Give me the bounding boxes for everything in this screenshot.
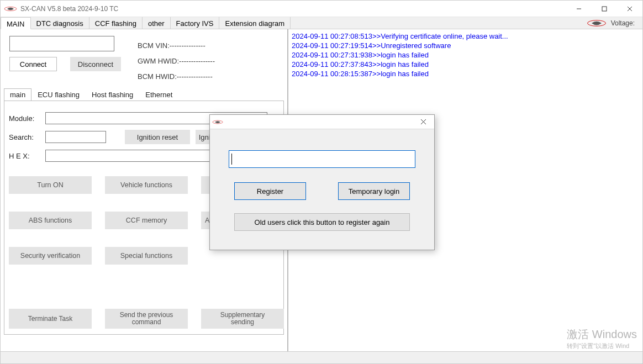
search-input[interactable] [45, 131, 106, 143]
log-line: 2024-09-11 00:27:37:843>>login has faile… [292, 60, 639, 69]
subtab-host-flashing[interactable]: Host flashing [86, 88, 139, 101]
log-line: 2024-09-11 00:27:31:938>>login has faile… [292, 50, 639, 60]
dialog-titlebar[interactable] [210, 115, 434, 129]
old-users-register-button[interactable]: Old users click this button to register … [234, 213, 410, 231]
connect-button[interactable]: Connect [9, 57, 57, 71]
search-label: Search: [9, 133, 40, 141]
window-minimize-button[interactable] [566, 1, 592, 17]
connection-address-input[interactable] [9, 36, 114, 51]
window-close-button[interactable] [617, 1, 642, 17]
tab-main[interactable]: MAIN [1, 17, 31, 29]
hex-label: H E X: [9, 152, 40, 160]
gwm-hwid-label: GWM HWID:--------------- [138, 54, 215, 69]
sub-tabstrip: main ECU flashing Host flashing Ethernet [4, 88, 284, 101]
voltage-label: Voltage: [611, 19, 635, 27]
abs-functions-button[interactable]: ABS functions [9, 212, 92, 229]
supplementary-sending-button[interactable]: Supplementary sending [201, 309, 284, 329]
vehicle-functions-button[interactable]: Vehicle functions [105, 176, 188, 194]
window-title: SX-CAN V5.8 beta 2024-9-10 TC [20, 5, 566, 13]
tab-factory-ivs[interactable]: Factory IVS [171, 17, 220, 29]
special-functions-button[interactable]: Special functions [105, 247, 188, 265]
turn-on-button[interactable]: Turn ON [9, 176, 92, 194]
module-label: Module: [9, 114, 40, 123]
terminate-task-button[interactable]: Terminate Task [9, 309, 92, 329]
svg-rect-2 [602, 7, 607, 11]
register-dialog: Register Temporary login Old users click… [209, 114, 435, 250]
registration-code-input[interactable] [229, 150, 415, 168]
tab-ccf-flashing[interactable]: CCF flashing [89, 17, 143, 29]
tab-dtc-diagnosis[interactable]: DTC diagnosis [31, 17, 89, 29]
status-bar [1, 351, 642, 363]
log-line: 2024-09-11 00:28:15:387>>login has faile… [292, 69, 639, 78]
dialog-app-icon [210, 119, 225, 125]
ignition-reset-button[interactable]: Ignition reset [125, 130, 190, 144]
app-icon [4, 4, 17, 13]
send-previous-command-button[interactable]: Send the previous command [105, 309, 188, 329]
subtab-ecu-flashing[interactable]: ECU flashing [31, 88, 86, 101]
log-line: 2024-09-11 00:27:19:514>>Unregistered so… [292, 41, 639, 50]
disconnect-button[interactable]: Disconnect [70, 57, 121, 71]
voltage-display: Voltage: [587, 17, 642, 29]
dialog-close-button[interactable] [412, 115, 434, 129]
bcm-hwid-label: BCM HWID:--------------- [138, 69, 215, 85]
security-verification-button[interactable]: Security verification [9, 247, 92, 265]
log-line: 2024-09-11 00:27:08:513>>Verifying certi… [292, 31, 639, 41]
temporary-login-button[interactable]: Temporary login [338, 182, 410, 200]
bcm-vin-label: BCM VIN:--------------- [138, 38, 215, 54]
main-tabstrip: MAIN DTC diagnosis CCF flashing other Fa… [1, 17, 642, 29]
tab-extension-diagram[interactable]: Extension diagram [219, 17, 291, 29]
subtab-main[interactable]: main [4, 88, 31, 101]
window-maximize-button[interactable] [592, 1, 617, 17]
window-titlebar: SX-CAN V5.8 beta 2024-9-10 TC [1, 1, 642, 17]
ccf-memory-button[interactable]: CCF memory [105, 212, 188, 229]
register-button[interactable]: Register [234, 182, 306, 200]
subtab-ethernet[interactable]: Ethernet [139, 88, 178, 101]
tab-other[interactable]: other [143, 17, 171, 29]
vehicle-id-block: BCM VIN:--------------- GWM HWID:-------… [138, 33, 215, 85]
